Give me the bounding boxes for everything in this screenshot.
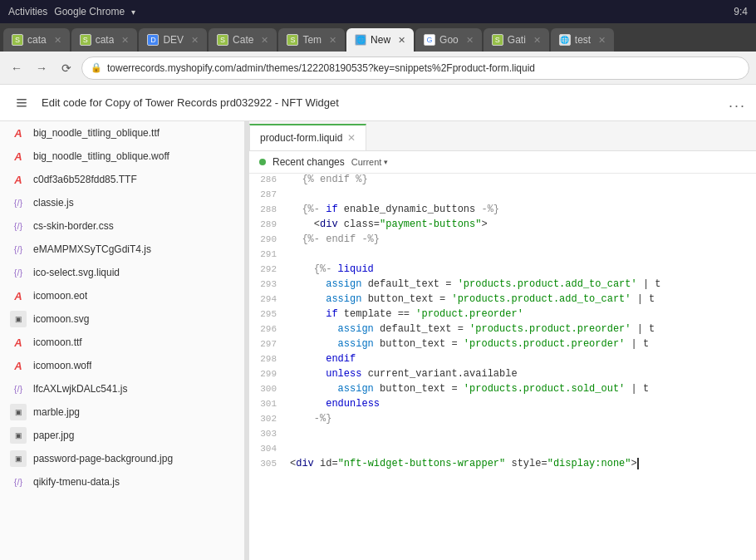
main-content: Abig_noodle_titling_oblique.ttfAbig_nood… <box>0 121 756 560</box>
line-number-289: 289 <box>249 219 287 229</box>
line-content-295: if template == 'product.preorder' <box>287 308 756 320</box>
sidebar-item-paper-jpg[interactable]: ▣paper.jpg <box>0 424 244 447</box>
file-icon-img: ▣ <box>10 450 27 467</box>
forward-button[interactable]: → <box>32 58 52 78</box>
sidebar-item-password-page-background-jpg[interactable]: ▣password-page-background.jpg <box>0 447 244 470</box>
code-line-305[interactable]: 305<div id="nft-widget-buttons-wrapper" … <box>249 458 756 473</box>
sidebar-item-icomoon-ttf[interactable]: Aicomoon.ttf <box>0 331 244 354</box>
code-line-301[interactable]: 301 endunless <box>249 398 756 413</box>
line-content-305: <div id="nft-widget-buttons-wrapper" sty… <box>287 458 756 469</box>
tab-close-tem[interactable]: ✕ <box>329 35 336 46</box>
code-line-297[interactable]: 297 assign button_text = 'products.produ… <box>249 338 756 353</box>
line-content-290: {%- endif -%} <box>287 233 756 245</box>
code-line-302[interactable]: 302 -%} <box>249 413 756 428</box>
sidebar-item-marble-jpg[interactable]: ▣marble.jpg <box>0 400 244 424</box>
sidebar-item-ico-select-svg-liquid[interactable]: {/}ico-select.svg.liquid <box>0 261 244 284</box>
tab-cat2[interactable]: Scata✕ <box>71 28 138 52</box>
code-line-299[interactable]: 299 unless current_variant.available <box>249 368 756 383</box>
current-badge[interactable]: Current ▾ <box>351 157 389 167</box>
top-bar: Activities Google Chrome ▾ 9:4 <box>0 0 756 23</box>
tab-icon-goo: G <box>424 34 435 46</box>
sidebar-item-icomoon-woff[interactable]: Aicomoon.woff <box>0 354 244 377</box>
tab-cate[interactable]: SCate✕ <box>209 28 277 52</box>
tab-goo[interactable]: GGoo✕ <box>415 28 482 52</box>
shopify-header: Edit code for Copy of Tower Records prd0… <box>0 85 756 121</box>
sidebar-item-big_noodle_titling_oblique-ttf[interactable]: Abig_noodle_titling_oblique.ttf <box>0 121 244 145</box>
sidebar-item-label: eMAMPMXSyTCgGdiT4.js <box>33 243 151 255</box>
sidebar-item-icomoon-svg[interactable]: ▣icomoon.svg <box>0 307 244 331</box>
line-number-293: 293 <box>249 279 287 289</box>
tab-new[interactable]: 🌐New✕ <box>346 28 414 52</box>
more-options-button[interactable]: ... <box>729 94 746 111</box>
browser-label: Google Chrome <box>54 6 125 17</box>
line-number-304: 304 <box>249 444 287 454</box>
clock: 9:4 <box>734 6 748 17</box>
tab-tem[interactable]: STem✕ <box>278 28 345 52</box>
tab-close-goo[interactable]: ✕ <box>466 35 474 46</box>
sidebar-toggle-button[interactable] <box>10 91 33 115</box>
code-line-295[interactable]: 295 if template == 'product.preorder' <box>249 308 756 323</box>
code-line-298[interactable]: 298 endif <box>249 353 756 368</box>
tab-close-dev[interactable]: ✕ <box>191 35 199 46</box>
url-text: towerrecords.myshopify.com/admin/themes/… <box>107 62 535 74</box>
line-content-291 <box>287 248 756 260</box>
code-line-286[interactable]: 286 {% endif %} <box>249 174 756 189</box>
sidebar-item-big_noodle_titling_oblique-woff[interactable]: Abig_noodle_titling_oblique.woff <box>0 145 244 168</box>
current-dropdown-icon[interactable]: ▾ <box>384 158 388 166</box>
line-content-302: -%} <box>287 413 756 425</box>
sidebar-item-label: lfcAXLwjkDALc541.js <box>33 383 127 395</box>
sidebar-item-qikify-tmenu-data-js[interactable]: {/}qikify-tmenu-data.js <box>0 470 244 494</box>
code-editor[interactable]: 286 {% endif %}287 288 {%- if enable_dyn… <box>249 174 756 560</box>
file-icon-img: ▣ <box>10 404 27 420</box>
tab-close-cat2[interactable]: ✕ <box>121 35 129 46</box>
address-bar[interactable]: 🔒 towerrecords.myshopify.com/admin/theme… <box>81 56 749 80</box>
line-content-292: {%- liquid <box>287 263 756 275</box>
editor-tab-close-icon[interactable]: ✕ <box>347 132 356 144</box>
tab-gati[interactable]: SGati✕ <box>484 28 549 52</box>
line-number-288: 288 <box>249 204 287 214</box>
line-number-299: 299 <box>249 369 287 379</box>
code-line-303[interactable]: 303 <box>249 428 756 443</box>
tab-cat1[interactable]: Scata✕ <box>3 28 70 52</box>
tab-icon-gati: S <box>492 34 503 46</box>
code-line-292[interactable]: 292 {%- liquid <box>249 263 756 278</box>
tab-label-test: test <box>575 34 591 46</box>
line-number-296: 296 <box>249 324 287 334</box>
sidebar-item-icomoon-eot[interactable]: Aicomoon.eot <box>0 284 244 307</box>
code-line-291[interactable]: 291 <box>249 248 756 263</box>
reload-button[interactable]: ⟳ <box>56 58 76 78</box>
tab-label-gati: Gati <box>508 34 526 46</box>
sidebar-item-eMAMPMXSyTCgGdiT4-js[interactable]: {/}eMAMPMXSyTCgGdiT4.js <box>0 238 244 261</box>
back-button[interactable]: ← <box>7 58 27 78</box>
sidebar-item-classie-js[interactable]: {/}classie.js <box>0 191 244 214</box>
tab-dev[interactable]: DDEV✕ <box>139 28 207 52</box>
browser-dropdown-icon[interactable]: ▾ <box>131 7 135 17</box>
activities-label[interactable]: Activities <box>8 6 47 17</box>
code-line-304[interactable]: 304 <box>249 443 756 458</box>
tab-close-new[interactable]: ✕ <box>398 35 405 46</box>
tab-test[interactable]: 🌐test✕ <box>551 28 614 52</box>
tab-close-gati[interactable]: ✕ <box>533 35 541 46</box>
lock-icon: 🔒 <box>91 62 102 73</box>
code-line-289[interactable]: 289 <div class="payment-buttons"> <box>249 219 756 233</box>
sidebar-item-label: marble.jpg <box>33 406 80 418</box>
editor-tab-product-form[interactable]: product-form.liquid ✕ <box>249 124 366 150</box>
sidebar-item-lfcAXLwjkDALc541-js[interactable]: {/}lfcAXLwjkDALc541.js <box>0 377 244 400</box>
code-line-290[interactable]: 290 {%- endif -%} <box>249 233 756 248</box>
line-content-300: assign button_text = 'products.product.s… <box>287 383 756 395</box>
cursor <box>637 458 639 469</box>
tab-close-cat1[interactable]: ✕ <box>54 35 61 46</box>
code-line-294[interactable]: 294 assign button_text = 'products.produ… <box>249 293 756 308</box>
line-content-303 <box>287 428 756 440</box>
code-line-287[interactable]: 287 <box>249 189 756 204</box>
code-line-288[interactable]: 288 {%- if enable_dynamic_buttons -%} <box>249 204 756 219</box>
tab-label-cat1: cata <box>27 34 47 46</box>
tab-close-cate[interactable]: ✕ <box>261 35 268 46</box>
code-line-293[interactable]: 293 assign default_text = 'products.prod… <box>249 278 756 293</box>
code-line-296[interactable]: 296 assign default_text = 'products.prod… <box>249 323 756 338</box>
sidebar-item-cs-skin-border-css[interactable]: {/}cs-skin-border.css <box>0 214 244 238</box>
code-line-300[interactable]: 300 assign button_text = 'products.produ… <box>249 383 756 398</box>
tab-close-test[interactable]: ✕ <box>598 35 606 46</box>
svg-rect-2 <box>17 106 27 107</box>
sidebar-item-c0df3a6b528fdd85-TTF[interactable]: Ac0df3a6b528fdd85.TTF <box>0 168 244 191</box>
